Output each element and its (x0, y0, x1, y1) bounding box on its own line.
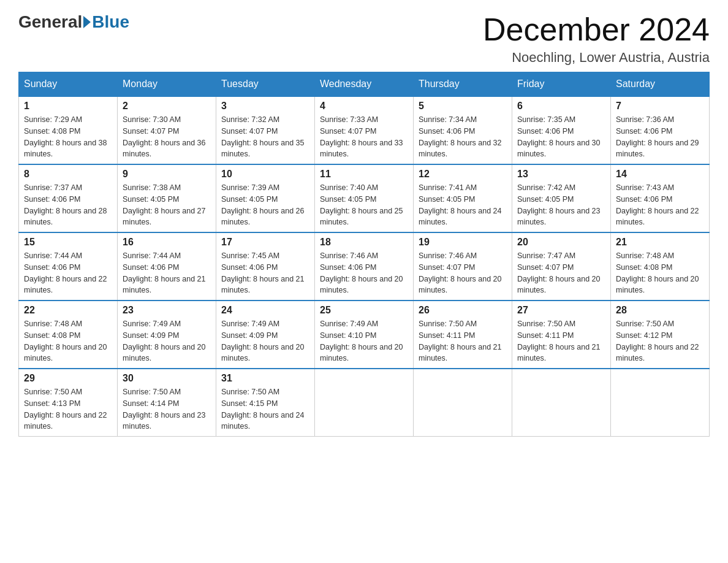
calendar-cell: 31 Sunrise: 7:50 AMSunset: 4:15 PMDaylig… (216, 369, 315, 437)
week-row-3: 15 Sunrise: 7:44 AMSunset: 4:06 PMDaylig… (19, 232, 710, 301)
day-number: 25 (320, 305, 408, 316)
day-info: Sunrise: 7:50 AMSunset: 4:14 PMDaylight:… (123, 386, 211, 432)
calendar-cell: 7 Sunrise: 7:36 AMSunset: 4:06 PMDayligh… (611, 96, 710, 164)
calendar-cell: 4 Sunrise: 7:33 AMSunset: 4:07 PMDayligh… (315, 96, 414, 164)
day-info: Sunrise: 7:32 AMSunset: 4:07 PMDaylight:… (221, 114, 309, 160)
day-number: 4 (320, 101, 408, 112)
day-number: 18 (320, 237, 408, 248)
calendar-cell: 15 Sunrise: 7:44 AMSunset: 4:06 PMDaylig… (19, 232, 118, 301)
day-info: Sunrise: 7:50 AMSunset: 4:13 PMDaylight:… (24, 386, 112, 432)
calendar-cell (315, 369, 414, 437)
day-number: 10 (221, 169, 309, 180)
calendar-cell: 21 Sunrise: 7:48 AMSunset: 4:08 PMDaylig… (611, 232, 710, 301)
day-number: 6 (517, 101, 605, 112)
col-wednesday: Wednesday (315, 72, 414, 97)
logo-blue-text: Blue (92, 12, 129, 32)
day-info: Sunrise: 7:49 AMSunset: 4:09 PMDaylight:… (123, 318, 211, 364)
calendar-cell: 19 Sunrise: 7:46 AMSunset: 4:07 PMDaylig… (414, 232, 512, 301)
page-header: General Blue December 2024 Noechling, Lo… (18, 12, 710, 66)
day-info: Sunrise: 7:36 AMSunset: 4:06 PMDaylight:… (616, 114, 704, 160)
day-info: Sunrise: 7:33 AMSunset: 4:07 PMDaylight:… (320, 114, 408, 160)
calendar-cell: 3 Sunrise: 7:32 AMSunset: 4:07 PMDayligh… (216, 96, 315, 164)
calendar-header-row: Sunday Monday Tuesday Wednesday Thursday… (19, 72, 710, 97)
day-info: Sunrise: 7:40 AMSunset: 4:05 PMDaylight:… (320, 182, 408, 228)
day-number: 3 (221, 101, 309, 112)
day-number: 30 (123, 373, 211, 384)
day-number: 9 (123, 169, 211, 180)
day-number: 27 (517, 305, 605, 316)
day-number: 23 (123, 305, 211, 316)
day-info: Sunrise: 7:41 AMSunset: 4:05 PMDaylight:… (419, 182, 507, 228)
day-number: 14 (616, 169, 704, 180)
day-info: Sunrise: 7:50 AMSunset: 4:11 PMDaylight:… (419, 318, 507, 364)
day-info: Sunrise: 7:46 AMSunset: 4:07 PMDaylight:… (419, 250, 507, 296)
day-number: 28 (616, 305, 704, 316)
day-info: Sunrise: 7:38 AMSunset: 4:05 PMDaylight:… (123, 182, 211, 228)
day-number: 19 (419, 237, 507, 248)
day-number: 29 (24, 373, 112, 384)
day-number: 24 (221, 305, 309, 316)
calendar-cell: 18 Sunrise: 7:46 AMSunset: 4:06 PMDaylig… (315, 232, 414, 301)
logo: General Blue (18, 12, 129, 32)
week-row-5: 29 Sunrise: 7:50 AMSunset: 4:13 PMDaylig… (19, 369, 710, 437)
calendar-cell: 5 Sunrise: 7:34 AMSunset: 4:06 PMDayligh… (414, 96, 512, 164)
day-info: Sunrise: 7:48 AMSunset: 4:08 PMDaylight:… (616, 250, 704, 296)
calendar-table: Sunday Monday Tuesday Wednesday Thursday… (18, 72, 710, 437)
day-number: 20 (517, 237, 605, 248)
calendar-cell: 16 Sunrise: 7:44 AMSunset: 4:06 PMDaylig… (118, 232, 216, 301)
calendar-cell: 11 Sunrise: 7:40 AMSunset: 4:05 PMDaylig… (315, 164, 414, 232)
day-info: Sunrise: 7:45 AMSunset: 4:06 PMDaylight:… (221, 250, 309, 296)
calendar-cell: 17 Sunrise: 7:45 AMSunset: 4:06 PMDaylig… (216, 232, 315, 301)
calendar-cell: 22 Sunrise: 7:48 AMSunset: 4:08 PMDaylig… (19, 301, 118, 369)
calendar-cell: 2 Sunrise: 7:30 AMSunset: 4:07 PMDayligh… (118, 96, 216, 164)
day-info: Sunrise: 7:46 AMSunset: 4:06 PMDaylight:… (320, 250, 408, 296)
calendar-cell (414, 369, 512, 437)
calendar-cell: 25 Sunrise: 7:49 AMSunset: 4:10 PMDaylig… (315, 301, 414, 369)
calendar-cell (512, 369, 611, 437)
day-info: Sunrise: 7:48 AMSunset: 4:08 PMDaylight:… (24, 318, 112, 364)
col-tuesday: Tuesday (216, 72, 315, 97)
day-info: Sunrise: 7:29 AMSunset: 4:08 PMDaylight:… (24, 114, 112, 160)
day-number: 1 (24, 101, 112, 112)
calendar-cell: 13 Sunrise: 7:42 AMSunset: 4:05 PMDaylig… (512, 164, 611, 232)
col-sunday: Sunday (19, 72, 118, 97)
calendar-cell: 1 Sunrise: 7:29 AMSunset: 4:08 PMDayligh… (19, 96, 118, 164)
col-friday: Friday (512, 72, 611, 97)
logo-general-text: General (18, 12, 82, 32)
day-info: Sunrise: 7:35 AMSunset: 4:06 PMDaylight:… (517, 114, 605, 160)
calendar-cell: 28 Sunrise: 7:50 AMSunset: 4:12 PMDaylig… (611, 301, 710, 369)
day-info: Sunrise: 7:30 AMSunset: 4:07 PMDaylight:… (123, 114, 211, 160)
day-info: Sunrise: 7:44 AMSunset: 4:06 PMDaylight:… (123, 250, 211, 296)
day-number: 8 (24, 169, 112, 180)
calendar-cell: 20 Sunrise: 7:47 AMSunset: 4:07 PMDaylig… (512, 232, 611, 301)
location-text: Noechling, Lower Austria, Austria (483, 50, 710, 66)
day-info: Sunrise: 7:49 AMSunset: 4:09 PMDaylight:… (221, 318, 309, 364)
month-title: December 2024 (483, 12, 710, 47)
col-monday: Monday (118, 72, 216, 97)
day-info: Sunrise: 7:44 AMSunset: 4:06 PMDaylight:… (24, 250, 112, 296)
week-row-4: 22 Sunrise: 7:48 AMSunset: 4:08 PMDaylig… (19, 301, 710, 369)
week-row-2: 8 Sunrise: 7:37 AMSunset: 4:06 PMDayligh… (19, 164, 710, 232)
day-info: Sunrise: 7:42 AMSunset: 4:05 PMDaylight:… (517, 182, 605, 228)
calendar-cell: 27 Sunrise: 7:50 AMSunset: 4:11 PMDaylig… (512, 301, 611, 369)
calendar-cell: 9 Sunrise: 7:38 AMSunset: 4:05 PMDayligh… (118, 164, 216, 232)
day-number: 22 (24, 305, 112, 316)
day-info: Sunrise: 7:50 AMSunset: 4:11 PMDaylight:… (517, 318, 605, 364)
col-thursday: Thursday (414, 72, 512, 97)
day-info: Sunrise: 7:34 AMSunset: 4:06 PMDaylight:… (419, 114, 507, 160)
calendar-cell: 24 Sunrise: 7:49 AMSunset: 4:09 PMDaylig… (216, 301, 315, 369)
calendar-cell (611, 369, 710, 437)
day-number: 2 (123, 101, 211, 112)
day-number: 13 (517, 169, 605, 180)
calendar-cell: 23 Sunrise: 7:49 AMSunset: 4:09 PMDaylig… (118, 301, 216, 369)
day-info: Sunrise: 7:39 AMSunset: 4:05 PMDaylight:… (221, 182, 309, 228)
day-info: Sunrise: 7:49 AMSunset: 4:10 PMDaylight:… (320, 318, 408, 364)
day-number: 26 (419, 305, 507, 316)
day-number: 17 (221, 237, 309, 248)
logo-arrow-icon (83, 16, 91, 28)
calendar-cell: 8 Sunrise: 7:37 AMSunset: 4:06 PMDayligh… (19, 164, 118, 232)
day-number: 12 (419, 169, 507, 180)
calendar-cell: 6 Sunrise: 7:35 AMSunset: 4:06 PMDayligh… (512, 96, 611, 164)
week-row-1: 1 Sunrise: 7:29 AMSunset: 4:08 PMDayligh… (19, 96, 710, 164)
day-info: Sunrise: 7:47 AMSunset: 4:07 PMDaylight:… (517, 250, 605, 296)
